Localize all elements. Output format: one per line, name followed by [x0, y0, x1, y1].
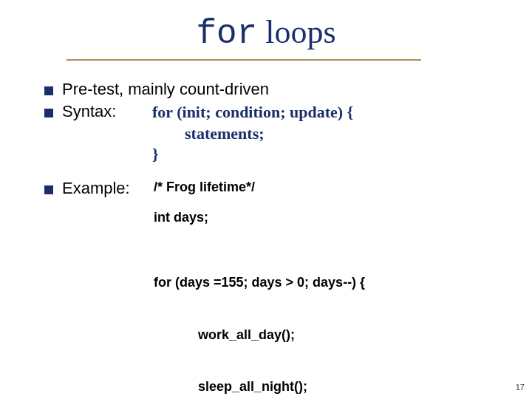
example-decl: int days; [154, 209, 365, 226]
slide-title-wrap: for loops [0, 0, 532, 61]
example-loop: for (days =155; days > 0; days--) { work… [154, 240, 365, 399]
bullet-syntax: Syntax: for (init; condition; update) { … [44, 102, 532, 166]
example-loop-line-2: work_all_day(); [154, 327, 365, 344]
slide-title: for loops [0, 13, 532, 53]
syntax-line-2: statements; [152, 123, 353, 145]
title-rest: loops [257, 14, 335, 50]
example-loop-line-1: for (days =155; days > 0; days--) { [154, 274, 365, 291]
syntax-block: for (init; condition; update) { statemen… [143, 102, 353, 166]
syntax-line-3: } [152, 144, 353, 166]
bullet-icon [44, 185, 53, 194]
bullet-icon [44, 109, 53, 117]
bullet-example: Example: /* Frog lifetime*/ int days; fo… [44, 179, 532, 399]
title-code-word: for [196, 15, 257, 53]
slide-content: Pre-test, mainly count-driven Syntax: fo… [0, 61, 532, 399]
bullet-example-label: Example: [62, 179, 143, 198]
example-loop-line-3: sleep_all_night(); [154, 378, 365, 395]
bullet-pretest: Pre-test, mainly count-driven [44, 80, 532, 99]
page-number: 17 [516, 383, 525, 392]
example-comment: /* Frog lifetime*/ [154, 179, 365, 196]
bullet-icon [44, 86, 53, 95]
bullet-syntax-label: Syntax: [62, 102, 143, 121]
bullet-pretest-label: Pre-test, mainly count-driven [62, 80, 269, 99]
syntax-line-1: for (init; condition; update) { [152, 102, 353, 123]
example-block: /* Frog lifetime*/ int days; for (days =… [143, 179, 365, 399]
